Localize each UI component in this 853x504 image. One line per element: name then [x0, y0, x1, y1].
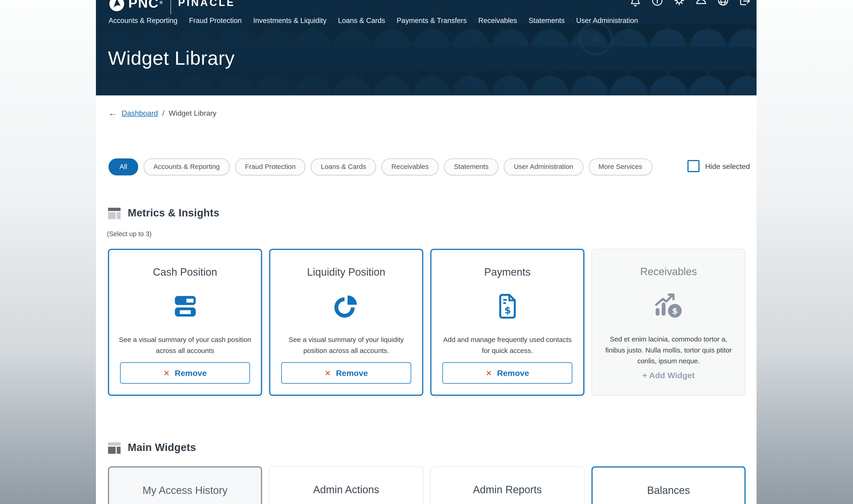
- filter-pill-fraud-protection[interactable]: Fraud Protection: [235, 158, 306, 175]
- card-description: See a visual summary of your cash positi…: [119, 335, 252, 356]
- card-title: Liquidity Position: [270, 267, 422, 278]
- filter-pill-loans-cards[interactable]: Loans & Cards: [311, 158, 376, 175]
- filter-pill-more-services[interactable]: More Services: [588, 158, 652, 175]
- hide-selected-control: Hide selected: [688, 160, 750, 172]
- user-profile-icon[interactable]: [695, 0, 707, 8]
- registered-mark: ®: [159, 0, 163, 5]
- logo-divider: [170, 0, 171, 14]
- category-filters: All Accounts & Reporting Fraud Protectio…: [109, 158, 652, 175]
- remove-label: Remove: [336, 368, 368, 378]
- filter-pill-receivables[interactable]: Receivables: [382, 158, 439, 175]
- metrics-section-header: Metrics & Insights: [108, 207, 219, 219]
- widget-card-admin-actions[interactable]: Admin Actions: [269, 466, 423, 504]
- filter-pill-user-administration[interactable]: User Administration: [504, 158, 583, 175]
- page-container: PNC® PINACLE: [96, 0, 757, 504]
- brand-bank-name: PNC®: [128, 0, 163, 11]
- nav-user-administration[interactable]: User Administration: [576, 17, 638, 25]
- hide-selected-label: Hide selected: [705, 162, 750, 170]
- add-widget-button[interactable]: + Add Widget: [592, 371, 745, 380]
- metrics-cards-row: Cash Position See a visual summary of yo…: [108, 249, 745, 396]
- sign-out-icon[interactable]: [739, 0, 751, 8]
- nav-statements[interactable]: Statements: [529, 17, 565, 25]
- nav-fraud-protection[interactable]: Fraud Protection: [189, 17, 242, 25]
- remove-label: Remove: [175, 368, 206, 378]
- screen: PNC® PINACLE: [0, 0, 853, 504]
- page-title: Widget Library: [108, 47, 235, 69]
- widget-grid-icon: [108, 208, 121, 219]
- app-header: PNC® PINACLE: [96, 0, 757, 95]
- main-widgets-section-header: Main Widgets: [108, 442, 196, 454]
- card-title: Receivables: [592, 266, 745, 278]
- breadcrumb: ← Dashboard / Widget Library: [108, 109, 216, 118]
- card-title: Payments: [431, 267, 583, 278]
- remove-button[interactable]: ✕ Remove: [281, 362, 411, 384]
- remove-button[interactable]: ✕ Remove: [442, 362, 572, 384]
- remove-button[interactable]: ✕ Remove: [120, 362, 250, 384]
- svg-text:$: $: [504, 305, 510, 316]
- breadcrumb-separator: /: [162, 109, 164, 117]
- remove-x-icon: ✕: [325, 368, 331, 377]
- primary-nav: Accounts & Reporting Fraud Protection In…: [109, 17, 638, 25]
- settings-gear-icon[interactable]: [673, 0, 686, 8]
- pie-chart-icon: [270, 292, 422, 321]
- remove-label: Remove: [497, 368, 529, 378]
- pnc-watermark-icon: [579, 21, 614, 56]
- widget-card-balances[interactable]: Balances: [592, 466, 746, 504]
- remove-x-icon: ✕: [486, 368, 492, 377]
- widget-card-my-access-history[interactable]: My Access History: [108, 466, 262, 504]
- nav-accounts-reporting[interactable]: Accounts & Reporting: [109, 17, 178, 25]
- card-description: Add and manage frequently used contacts …: [441, 335, 574, 356]
- svg-text:$: $: [672, 306, 677, 316]
- widget-card-liquidity-position[interactable]: Liquidity Position See a visual summary …: [269, 249, 423, 396]
- notifications-bell-icon[interactable]: [630, 0, 641, 8]
- widget-card-receivables[interactable]: Receivables $ Sed et enim lacinia, commo…: [592, 249, 746, 396]
- hide-selected-checkbox[interactable]: [688, 160, 700, 172]
- invoice-icon: $: [431, 292, 583, 321]
- card-description: Sed et enim lacinia, commodo tortor a, f…: [601, 334, 736, 366]
- nav-loans-cards[interactable]: Loans & Cards: [338, 17, 385, 25]
- chart-dollar-icon: $: [592, 291, 745, 321]
- brand-logo[interactable]: PNC® PINACLE: [109, 0, 235, 14]
- nav-receivables[interactable]: Receivables: [478, 17, 517, 25]
- brand-product-name: PINACLE: [178, 0, 235, 11]
- back-arrow-icon[interactable]: ←: [108, 109, 117, 118]
- cash-stack-icon: [109, 292, 261, 321]
- nav-payments-transfers[interactable]: Payments & Transfers: [397, 17, 467, 25]
- metrics-section-title: Metrics & Insights: [128, 207, 219, 219]
- breadcrumb-dashboard-link[interactable]: Dashboard: [122, 109, 158, 117]
- remove-x-icon: ✕: [163, 368, 170, 377]
- select-limit-hint: (Select up to 3): [107, 230, 151, 238]
- main-widgets-section-title: Main Widgets: [128, 442, 196, 454]
- widget-card-cash-position[interactable]: Cash Position See a visual summary of yo…: [108, 249, 262, 396]
- widget-grid-icon-alt: [108, 442, 121, 453]
- card-title: Cash Position: [109, 267, 261, 278]
- info-icon[interactable]: [651, 0, 664, 8]
- filter-pill-statements[interactable]: Statements: [444, 158, 498, 175]
- breadcrumb-current: Widget Library: [169, 109, 216, 117]
- nav-investments-liquidity[interactable]: Investments & Liquidity: [253, 17, 326, 25]
- widget-card-admin-reports[interactable]: Admin Reports: [430, 466, 584, 504]
- filter-pill-accounts-reporting[interactable]: Accounts & Reporting: [143, 158, 230, 175]
- pnc-emblem-icon: [109, 0, 125, 12]
- filter-pill-all[interactable]: All: [109, 158, 138, 175]
- main-widgets-cards-row: My Access History Admin Actions Admin Re…: [108, 466, 745, 504]
- card-description: See a visual summary of your liquidity p…: [279, 335, 413, 356]
- globe-language-icon[interactable]: [717, 0, 729, 8]
- header-toolbar: [630, 0, 751, 8]
- widget-card-payments[interactable]: Payments $ Add and manage frequently use…: [430, 249, 584, 396]
